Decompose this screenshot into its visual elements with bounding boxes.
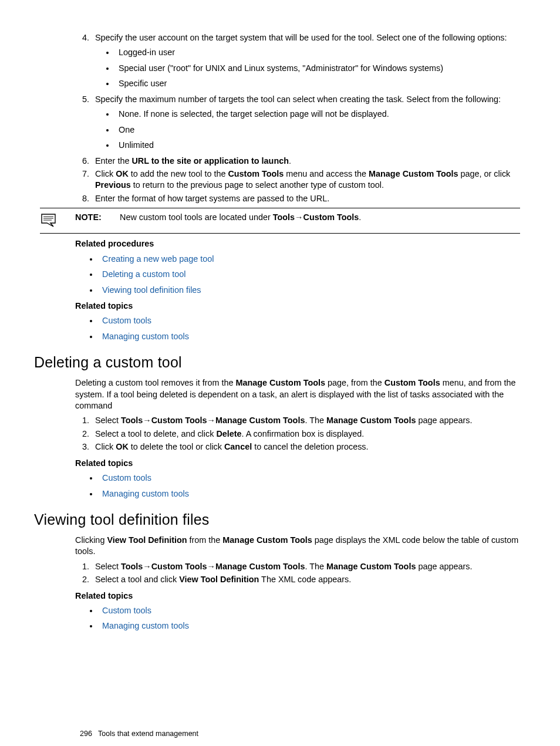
note-body: NOTE: New custom tool tools are located … bbox=[75, 212, 520, 223]
link[interactable]: Managing custom tools bbox=[102, 332, 189, 341]
link[interactable]: Managing custom tools bbox=[102, 621, 189, 630]
deleting-step-3: Click OK to delete the tool or click Can… bbox=[92, 441, 520, 453]
heading-viewing: Viewing tool definition files bbox=[34, 510, 520, 530]
note-block: NOTE: New custom tool tools are located … bbox=[40, 208, 520, 234]
deleting-step-1: Select Tools→Custom Tools→Manage Custom … bbox=[92, 415, 520, 426]
link[interactable]: Viewing tool definition files bbox=[102, 285, 201, 295]
step-8: Enter the format of how target systems a… bbox=[92, 193, 520, 204]
link[interactable]: Deleting a custom tool bbox=[102, 269, 185, 279]
step-6: Enter the URL to the site or application… bbox=[92, 156, 520, 167]
related-topics-heading-2: Related topics bbox=[75, 458, 520, 469]
list-item: Custom tools bbox=[99, 315, 520, 326]
viewing-paragraph: Clicking View Tool Definition from the M… bbox=[75, 535, 520, 558]
link[interactable]: Custom tools bbox=[102, 473, 151, 482]
related-procedures-heading: Related procedures bbox=[75, 238, 520, 249]
list-item: Special user ("root" for UNIX and Linux … bbox=[115, 63, 520, 74]
list-item: Specific user bbox=[115, 78, 520, 89]
viewing-step-2: Select a tool and click View Tool Defini… bbox=[92, 574, 520, 585]
step-5: Specify the maximum number of targets th… bbox=[92, 94, 520, 151]
link[interactable]: Creating a new web page tool bbox=[102, 254, 214, 264]
step-4: Specify the user account on the target s… bbox=[92, 32, 520, 90]
list-item: Creating a new web page tool bbox=[99, 254, 520, 265]
heading-deleting: Deleting a custom tool bbox=[34, 353, 520, 373]
list-item: Managing custom tools bbox=[99, 620, 520, 632]
note-text: New custom tool tools are located under … bbox=[120, 212, 361, 222]
related-topics-heading-1: Related topics bbox=[75, 301, 520, 312]
viewing-step-1: Select Tools→Custom Tools→Manage Custom … bbox=[92, 561, 520, 572]
link[interactable]: Managing custom tools bbox=[102, 489, 189, 498]
list-item: Custom tools bbox=[99, 605, 520, 616]
link[interactable]: Custom tools bbox=[102, 316, 151, 325]
deleting-step-2: Select a tool to delete, and click Delet… bbox=[92, 428, 520, 440]
related-topics-list-2: Custom toolsManaging custom tools bbox=[75, 472, 520, 499]
step-7: Click OK to add the new tool to the Cust… bbox=[92, 168, 520, 191]
list-item: Logged-in user bbox=[115, 47, 520, 58]
list-item: One bbox=[115, 124, 520, 136]
page-footer: 296 Tools that extend management bbox=[80, 722, 198, 746]
deleting-paragraph: Deleting a custom tool removes it from t… bbox=[75, 377, 520, 411]
link[interactable]: Custom tools bbox=[102, 606, 151, 615]
list-item: Deleting a custom tool bbox=[99, 269, 520, 280]
footer-title: Tools that extend management bbox=[98, 730, 198, 738]
viewing-steps: Select Tools→Custom Tools→Manage Custom … bbox=[75, 561, 520, 586]
list-item: Managing custom tools bbox=[99, 488, 520, 499]
note-label: NOTE: bbox=[75, 212, 117, 223]
list-item: Managing custom tools bbox=[99, 331, 520, 342]
deleting-steps: Select Tools→Custom Tools→Manage Custom … bbox=[75, 415, 520, 453]
related-topics-list-1: Custom toolsManaging custom tools bbox=[75, 315, 520, 342]
related-topics-list-3: Custom toolsManaging custom tools bbox=[75, 605, 520, 632]
note-icon bbox=[40, 212, 75, 229]
list-item: None. If none is selected, the target se… bbox=[115, 109, 520, 120]
list-item: Viewing tool definition files bbox=[99, 285, 520, 296]
page-number: 296 bbox=[80, 730, 92, 738]
list-item: Unlimited bbox=[115, 140, 520, 151]
related-topics-heading-3: Related topics bbox=[75, 590, 520, 602]
steps-4-8: Specify the user account on the target s… bbox=[75, 32, 520, 204]
list-item: Custom tools bbox=[99, 472, 520, 484]
related-procedures-list: Creating a new web page toolDeleting a c… bbox=[75, 254, 520, 296]
